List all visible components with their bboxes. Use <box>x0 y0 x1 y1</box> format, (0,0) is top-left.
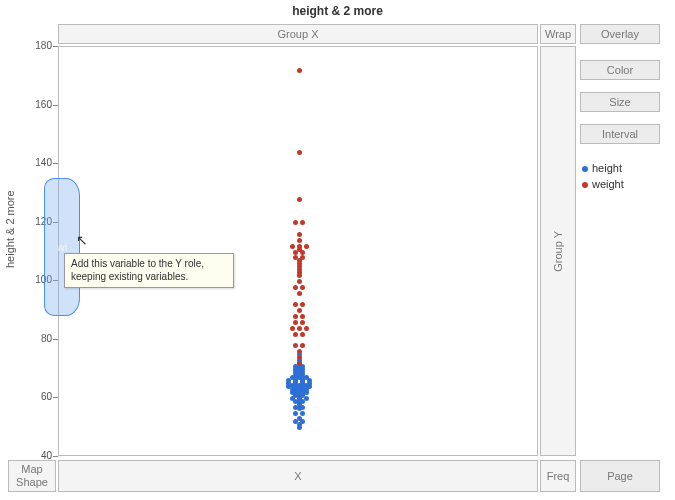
data-point[interactable] <box>300 220 305 225</box>
drop-tooltip: Add this variable to the Y role, keeping… <box>64 253 234 288</box>
data-point[interactable] <box>297 349 302 354</box>
interval-button[interactable]: Interval <box>580 124 660 144</box>
data-point[interactable] <box>293 220 298 225</box>
map-shape-dropzone[interactable]: Map Shape <box>8 460 56 492</box>
data-point[interactable] <box>293 343 298 348</box>
data-point[interactable] <box>297 326 302 331</box>
data-point[interactable] <box>297 406 302 411</box>
data-point[interactable] <box>297 197 302 202</box>
page-button[interactable]: Page <box>580 460 660 492</box>
chart-title: height & 2 more <box>0 4 675 18</box>
color-button[interactable]: Color <box>580 60 660 80</box>
size-button[interactable]: Size <box>580 92 660 112</box>
data-point[interactable] <box>293 314 298 319</box>
wrap-dropzone[interactable]: Wrap <box>540 24 576 44</box>
data-point[interactable] <box>297 308 302 313</box>
data-point[interactable] <box>297 68 302 73</box>
data-point[interactable] <box>297 238 302 243</box>
data-point[interactable] <box>304 326 309 331</box>
data-point[interactable] <box>304 244 309 249</box>
data-point[interactable] <box>293 302 298 307</box>
x-dropzone[interactable]: X <box>58 460 538 492</box>
data-point[interactable] <box>300 343 305 348</box>
data-point[interactable] <box>297 361 302 366</box>
plot-area[interactable] <box>58 46 538 456</box>
y-tick-label: 160 <box>24 99 52 110</box>
data-point[interactable] <box>300 411 305 416</box>
legend-item-weight: weight <box>582 178 624 190</box>
data-point[interactable] <box>293 411 298 416</box>
y-tick-mark <box>53 456 58 457</box>
freq-dropzone[interactable]: Freq <box>540 460 576 492</box>
data-point[interactable] <box>297 355 302 360</box>
legend-label-height: height <box>592 162 622 174</box>
drop-ghost-label: wi <box>57 241 67 253</box>
data-point[interactable] <box>290 326 295 331</box>
data-point[interactable] <box>297 232 302 237</box>
data-point[interactable] <box>297 244 302 249</box>
groupy-dropzone[interactable]: Group Y <box>540 46 576 456</box>
legend-label-weight: weight <box>592 178 624 190</box>
data-point[interactable] <box>297 365 302 370</box>
groupy-label: Group Y <box>552 231 564 272</box>
data-point[interactable] <box>300 255 305 260</box>
data-point[interactable] <box>300 320 305 325</box>
data-point[interactable] <box>297 279 302 284</box>
y-tick-label: 140 <box>24 157 52 168</box>
data-point[interactable] <box>293 320 298 325</box>
overlay-button[interactable]: Overlay <box>580 24 660 44</box>
y-axis-label: height & 2 more <box>4 190 16 268</box>
y-tick-label: 60 <box>24 391 52 402</box>
legend-swatch-height <box>582 166 588 172</box>
data-point[interactable] <box>300 285 305 290</box>
data-point[interactable] <box>300 302 305 307</box>
groupx-dropzone[interactable]: Group X <box>58 24 538 44</box>
y-tick-label: 80 <box>24 333 52 344</box>
data-point[interactable] <box>300 332 305 337</box>
legend-swatch-weight <box>582 182 588 188</box>
data-point[interactable] <box>297 150 302 155</box>
y-axis-drop-highlight[interactable]: wi <box>44 178 80 316</box>
data-point[interactable] <box>297 291 302 296</box>
y-tick-label: 180 <box>24 40 52 51</box>
data-point[interactable] <box>293 285 298 290</box>
data-point[interactable] <box>300 314 305 319</box>
data-point[interactable] <box>293 332 298 337</box>
data-point[interactable] <box>290 244 295 249</box>
legend-item-height: height <box>582 162 622 174</box>
